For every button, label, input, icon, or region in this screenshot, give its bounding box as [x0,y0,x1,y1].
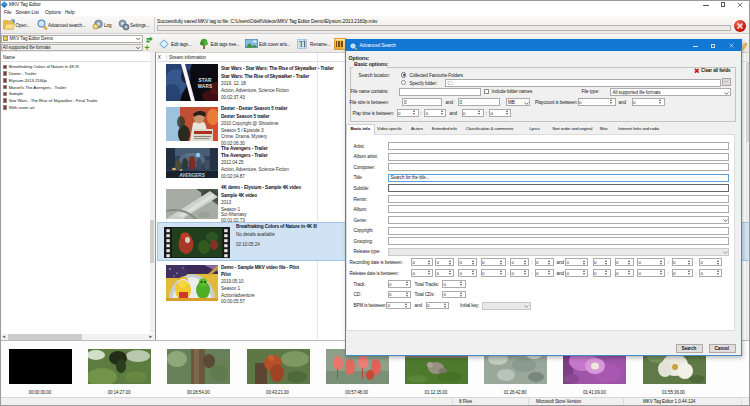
svg-text:STAR: STAR [198,78,211,83]
svg-text:T: T [299,39,304,48]
svg-text:AVENGERS: AVENGERS [178,172,205,177]
svg-text:WARS: WARS [197,84,212,89]
